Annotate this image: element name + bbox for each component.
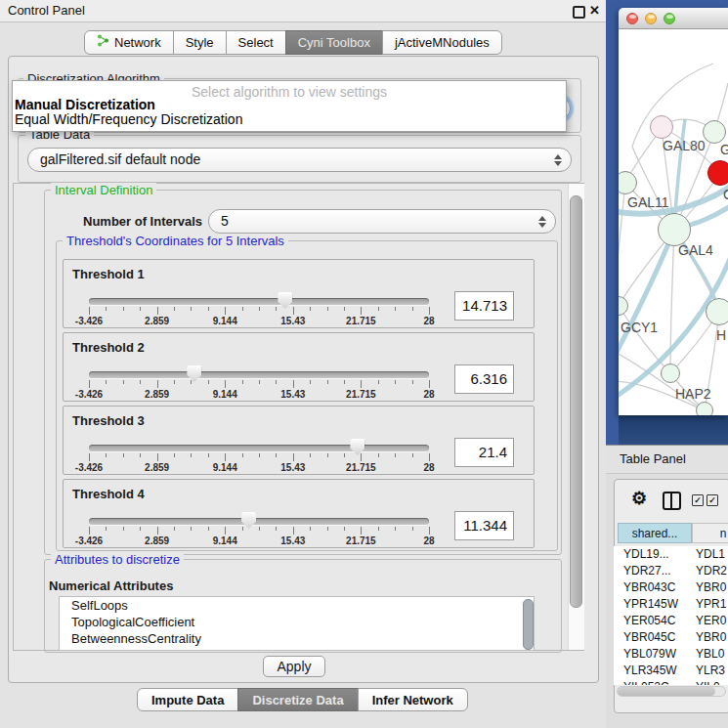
tick-mark bbox=[208, 307, 209, 311]
network-node-label: GAL11 bbox=[627, 194, 669, 210]
cell-name: YLR3 bbox=[696, 663, 725, 679]
tab-jactivemnodules[interactable]: jActiveMNodules bbox=[382, 30, 502, 55]
mac-minimize-button[interactable] bbox=[645, 13, 657, 24]
threshold-slider-track[interactable] bbox=[89, 371, 429, 378]
tab-infer-network[interactable]: Infer Network bbox=[358, 688, 468, 711]
table-data-combobox[interactable]: galFiltered.sif default node bbox=[27, 148, 572, 172]
mac-close-button[interactable] bbox=[626, 13, 638, 24]
tick-mark bbox=[140, 453, 141, 457]
checkbox-checked-icon-1[interactable]: ✓ bbox=[692, 494, 704, 506]
algorithm-options: Manual DiscretizationEqual Width/Frequen… bbox=[15, 98, 562, 127]
algorithm-option-manual-discretization[interactable]: Manual Discretization bbox=[15, 98, 562, 112]
cell-shared-name: YER054C bbox=[623, 613, 675, 629]
apply-button[interactable]: Apply bbox=[263, 656, 325, 677]
tick-mark bbox=[208, 527, 209, 531]
network-node-ga[interactable] bbox=[703, 120, 726, 144]
tick-mark bbox=[140, 527, 141, 531]
columns-icon[interactable] bbox=[663, 492, 681, 510]
network-canvas[interactable]: GAL80GACGAL11GAL4GCY1HHAP2 bbox=[619, 29, 728, 415]
mac-zoom-button[interactable] bbox=[664, 13, 675, 24]
table-row[interactable]: YBR045CYBR0 bbox=[614, 629, 728, 646]
table-row[interactable]: YDR27...YDR2 bbox=[614, 563, 728, 579]
tick-mark bbox=[293, 527, 294, 535]
tick-mark bbox=[259, 380, 260, 384]
tick-mark bbox=[89, 307, 90, 315]
table-row[interactable]: YBL079WYBL0 bbox=[614, 646, 728, 663]
table-row[interactable]: YER054CYER0 bbox=[614, 613, 728, 629]
network-node-h[interactable] bbox=[706, 298, 728, 325]
network-node[interactable] bbox=[696, 402, 713, 415]
horizontal-scrollbar-thumb[interactable] bbox=[618, 687, 715, 696]
tick-mark bbox=[157, 453, 158, 461]
tick-mark bbox=[293, 453, 294, 461]
float-window-icon[interactable] bbox=[573, 6, 585, 19]
table-row[interactable]: YPR145WYPR1 bbox=[614, 596, 728, 613]
threshold-value-field[interactable]: 14.713 bbox=[454, 291, 514, 321]
control-panel: Control Panel ✕ NetworkStyleSelectCyni T… bbox=[0, 0, 606, 728]
tick-label: 28 bbox=[423, 389, 434, 400]
cell-name: YIL0 bbox=[696, 679, 720, 685]
tick-label: 9.144 bbox=[213, 389, 237, 400]
tick-mark bbox=[412, 453, 413, 457]
network-node-gal80[interactable] bbox=[650, 115, 673, 139]
tab-cyni-toolbox[interactable]: Cyni Toolbox bbox=[285, 30, 383, 55]
column-header-shared-name[interactable]: shared... bbox=[618, 523, 692, 543]
table-row[interactable]: YIL052CYIL0 bbox=[614, 679, 728, 685]
threshold-value-field[interactable]: 21.4 bbox=[454, 438, 514, 467]
tick-label: 2.859 bbox=[145, 389, 169, 400]
threshold-value-field[interactable]: 6.316 bbox=[454, 364, 514, 394]
tick-mark bbox=[276, 380, 277, 384]
tick-label: 21.715 bbox=[346, 316, 376, 326]
table-row[interactable]: YLR345WYLR3 bbox=[614, 663, 728, 679]
network-node-hap2[interactable] bbox=[661, 364, 680, 383]
threshold-slider-track[interactable] bbox=[89, 298, 429, 305]
tick-mark bbox=[395, 453, 396, 457]
tab-network[interactable]: Network bbox=[84, 30, 174, 55]
network-node-gcy1[interactable] bbox=[619, 296, 628, 316]
tick-mark bbox=[378, 380, 379, 384]
tick-mark bbox=[123, 307, 124, 311]
number-of-intervals-value: 5 bbox=[221, 210, 229, 233]
attribute-item-topologicalcoefficient[interactable]: TopologicalCoefficient bbox=[60, 614, 534, 630]
threshold-label: Threshold 4 bbox=[72, 487, 145, 501]
numerical-attributes-label: Numerical Attributes bbox=[49, 578, 173, 593]
attribute-item-selfloops[interactable]: SelfLoops bbox=[60, 597, 534, 614]
table-row[interactable]: YBR043CYBR0 bbox=[614, 579, 728, 596]
table-row[interactable]: YDL19...YDL1 bbox=[614, 546, 728, 563]
network-window-titlebar[interactable] bbox=[619, 8, 728, 29]
network-node-gal11[interactable] bbox=[619, 171, 637, 194]
tick-mark bbox=[106, 307, 107, 311]
column-header-name[interactable]: n bbox=[692, 523, 728, 543]
number-of-intervals-combobox[interactable]: 5 bbox=[208, 209, 556, 234]
close-icon[interactable]: ✕ bbox=[589, 3, 600, 19]
threshold-slider-track[interactable] bbox=[89, 518, 429, 525]
threshold-label: Threshold 2 bbox=[72, 340, 145, 355]
tick-label: 21.715 bbox=[346, 389, 376, 400]
numerical-attributes-list[interactable]: SelfLoopsTopologicalCoefficientBetweenne… bbox=[59, 596, 535, 651]
tick-label: 9.144 bbox=[213, 535, 237, 546]
checkbox-checked-icon-2[interactable]: ✓ bbox=[707, 494, 718, 506]
gear-icon[interactable]: ⚙ bbox=[631, 490, 647, 507]
table-data-value: galFiltered.sif default node bbox=[40, 149, 200, 171]
tick-label: 21.715 bbox=[346, 462, 376, 473]
attribute-item-betweennesscentrality[interactable]: BetweennessCentrality bbox=[60, 630, 534, 647]
algorithm-dropdown-popup: Select algorithm to view settings Manual… bbox=[12, 80, 567, 132]
network-node-c[interactable] bbox=[707, 160, 728, 186]
threshold-value-field[interactable]: 11.344 bbox=[454, 511, 514, 540]
tab-select[interactable]: Select bbox=[226, 30, 286, 55]
attributes-scrollbar-thumb[interactable] bbox=[523, 599, 534, 650]
network-node-gal4[interactable] bbox=[658, 213, 691, 246]
tab-style[interactable]: Style bbox=[173, 30, 227, 55]
tick-mark bbox=[327, 453, 328, 457]
network-node-label: GAL80 bbox=[663, 138, 706, 153]
algorithm-option-equal-width-frequency-discretization[interactable]: Equal Width/Frequency Discretization bbox=[15, 112, 562, 127]
slider-ticks bbox=[89, 453, 429, 462]
tick-mark bbox=[242, 453, 243, 457]
tab-impute-data[interactable]: Impute Data bbox=[137, 688, 238, 711]
tab-discretize-data[interactable]: Discretize Data bbox=[237, 688, 358, 711]
vertical-scrollbar-thumb[interactable] bbox=[570, 195, 582, 608]
tick-mark bbox=[395, 307, 396, 311]
slider-tick-labels: -3.4262.8599.14415.4321.71528 bbox=[89, 462, 429, 473]
threshold-slider-track[interactable] bbox=[89, 445, 429, 451]
tick-mark bbox=[259, 453, 260, 457]
